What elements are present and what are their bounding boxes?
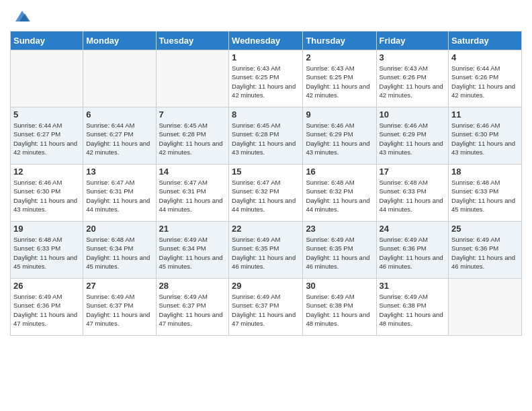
- calendar-cell: [83, 50, 156, 107]
- calendar-cell: 16 Sunrise: 6:48 AMSunset: 6:32 PMDaylig…: [303, 165, 376, 222]
- logo-icon: [13, 7, 32, 26]
- calendar-week-row: 26 Sunrise: 6:49 AMSunset: 6:36 PMDaylig…: [11, 279, 522, 336]
- day-number: 4: [451, 52, 519, 62]
- day-number: 9: [306, 109, 373, 120]
- day-info: Sunrise: 6:43 AMSunset: 6:25 PMDaylight:…: [306, 64, 373, 99]
- day-info: Sunrise: 6:49 AMSunset: 6:36 PMDaylight:…: [13, 292, 80, 328]
- calendar-cell: 25 Sunrise: 6:49 AMSunset: 6:36 PMDaylig…: [449, 222, 522, 279]
- calendar-cell: 17 Sunrise: 6:48 AMSunset: 6:33 PMDaylig…: [376, 165, 449, 222]
- day-header-monday: Monday: [83, 32, 156, 50]
- calendar-cell: 24 Sunrise: 6:49 AMSunset: 6:36 PMDaylig…: [376, 222, 449, 279]
- day-info: Sunrise: 6:44 AMSunset: 6:26 PMDaylight:…: [451, 64, 519, 99]
- calendar-week-row: 12 Sunrise: 6:46 AMSunset: 6:30 PMDaylig…: [11, 165, 522, 222]
- day-header-saturday: Saturday: [449, 32, 522, 50]
- day-info: Sunrise: 6:44 AMSunset: 6:27 PMDaylight:…: [13, 121, 80, 156]
- calendar-cell: [156, 50, 229, 107]
- page-container: SundayMondayTuesdayWednesdayThursdayFrid…: [0, 0, 532, 342]
- calendar-cell: 31 Sunrise: 6:49 AMSunset: 6:38 PMDaylig…: [376, 279, 449, 336]
- day-info: Sunrise: 6:48 AMSunset: 6:33 PMDaylight:…: [13, 235, 80, 271]
- day-info: Sunrise: 6:43 AMSunset: 6:25 PMDaylight:…: [232, 64, 300, 99]
- logo: [10, 7, 32, 26]
- day-info: Sunrise: 6:49 AMSunset: 6:35 PMDaylight:…: [232, 235, 300, 271]
- day-number: 30: [306, 281, 373, 291]
- day-number: 7: [159, 109, 226, 120]
- day-info: Sunrise: 6:49 AMSunset: 6:38 PMDaylight:…: [306, 292, 373, 328]
- calendar-cell: 13 Sunrise: 6:47 AMSunset: 6:31 PMDaylig…: [83, 165, 156, 222]
- day-header-friday: Friday: [376, 32, 449, 50]
- calendar-cell: 8 Sunrise: 6:45 AMSunset: 6:28 PMDayligh…: [229, 107, 303, 165]
- day-number: 29: [232, 281, 300, 291]
- calendar-cell: 1 Sunrise: 6:43 AMSunset: 6:25 PMDayligh…: [229, 50, 303, 107]
- day-number: 5: [13, 109, 80, 120]
- day-info: Sunrise: 6:47 AMSunset: 6:31 PMDaylight:…: [86, 178, 152, 214]
- day-number: 22: [232, 224, 300, 234]
- day-info: Sunrise: 6:49 AMSunset: 6:36 PMDaylight:…: [380, 235, 446, 271]
- day-info: Sunrise: 6:49 AMSunset: 6:37 PMDaylight:…: [159, 292, 226, 328]
- calendar-cell: 12 Sunrise: 6:46 AMSunset: 6:30 PMDaylig…: [11, 165, 83, 222]
- day-info: Sunrise: 6:46 AMSunset: 6:30 PMDaylight:…: [451, 121, 519, 156]
- day-number: 11: [451, 109, 519, 120]
- calendar-cell: 15 Sunrise: 6:47 AMSunset: 6:32 PMDaylig…: [229, 165, 303, 222]
- day-number: 25: [451, 224, 519, 234]
- day-info: Sunrise: 6:49 AMSunset: 6:34 PMDaylight:…: [159, 235, 226, 271]
- day-number: 17: [380, 167, 446, 177]
- day-number: 12: [13, 167, 80, 177]
- calendar-cell: 19 Sunrise: 6:48 AMSunset: 6:33 PMDaylig…: [11, 222, 83, 279]
- day-header-tuesday: Tuesday: [156, 32, 229, 50]
- calendar-cell: 30 Sunrise: 6:49 AMSunset: 6:38 PMDaylig…: [303, 279, 376, 336]
- day-info: Sunrise: 6:49 AMSunset: 6:36 PMDaylight:…: [451, 235, 519, 271]
- calendar-cell: 5 Sunrise: 6:44 AMSunset: 6:27 PMDayligh…: [11, 107, 83, 165]
- calendar-cell: 29 Sunrise: 6:49 AMSunset: 6:37 PMDaylig…: [229, 279, 303, 336]
- calendar-week-row: 5 Sunrise: 6:44 AMSunset: 6:27 PMDayligh…: [11, 107, 522, 165]
- day-number: 1: [232, 52, 300, 62]
- day-info: Sunrise: 6:46 AMSunset: 6:29 PMDaylight:…: [380, 121, 446, 156]
- day-number: 2: [306, 52, 373, 62]
- day-info: Sunrise: 6:45 AMSunset: 6:28 PMDaylight:…: [232, 121, 300, 156]
- day-number: 16: [306, 167, 373, 177]
- day-info: Sunrise: 6:47 AMSunset: 6:32 PMDaylight:…: [232, 178, 300, 214]
- calendar-cell: 22 Sunrise: 6:49 AMSunset: 6:35 PMDaylig…: [229, 222, 303, 279]
- day-number: 3: [380, 52, 446, 62]
- day-number: 24: [380, 224, 446, 234]
- day-header-sunday: Sunday: [11, 32, 83, 50]
- day-info: Sunrise: 6:49 AMSunset: 6:37 PMDaylight:…: [86, 292, 152, 328]
- calendar-cell: 23 Sunrise: 6:49 AMSunset: 6:35 PMDaylig…: [303, 222, 376, 279]
- day-info: Sunrise: 6:47 AMSunset: 6:31 PMDaylight:…: [159, 178, 226, 214]
- calendar-cell: 14 Sunrise: 6:47 AMSunset: 6:31 PMDaylig…: [156, 165, 229, 222]
- page-header: [10, 7, 522, 26]
- calendar-table: SundayMondayTuesdayWednesdayThursdayFrid…: [10, 31, 522, 336]
- calendar-cell: 4 Sunrise: 6:44 AMSunset: 6:26 PMDayligh…: [449, 50, 522, 107]
- day-info: Sunrise: 6:49 AMSunset: 6:38 PMDaylight:…: [380, 292, 446, 328]
- calendar-cell: 27 Sunrise: 6:49 AMSunset: 6:37 PMDaylig…: [83, 279, 156, 336]
- day-info: Sunrise: 6:46 AMSunset: 6:30 PMDaylight:…: [13, 178, 80, 214]
- day-info: Sunrise: 6:49 AMSunset: 6:35 PMDaylight:…: [306, 235, 373, 271]
- day-info: Sunrise: 6:44 AMSunset: 6:27 PMDaylight:…: [86, 121, 152, 156]
- day-number: 28: [159, 281, 226, 291]
- calendar-cell: 26 Sunrise: 6:49 AMSunset: 6:36 PMDaylig…: [11, 279, 83, 336]
- calendar-week-row: 19 Sunrise: 6:48 AMSunset: 6:33 PMDaylig…: [11, 222, 522, 279]
- calendar-cell: [449, 279, 522, 336]
- calendar-cell: 10 Sunrise: 6:46 AMSunset: 6:29 PMDaylig…: [376, 107, 449, 165]
- day-info: Sunrise: 6:48 AMSunset: 6:34 PMDaylight:…: [86, 235, 152, 271]
- calendar-cell: 18 Sunrise: 6:48 AMSunset: 6:33 PMDaylig…: [449, 165, 522, 222]
- day-number: 26: [13, 281, 80, 291]
- day-number: 21: [159, 224, 226, 234]
- day-number: 13: [86, 167, 152, 177]
- day-number: 18: [451, 167, 519, 177]
- day-info: Sunrise: 6:48 AMSunset: 6:33 PMDaylight:…: [380, 178, 446, 214]
- day-header-wednesday: Wednesday: [229, 32, 303, 50]
- calendar-cell: [11, 50, 83, 107]
- calendar-cell: 7 Sunrise: 6:45 AMSunset: 6:28 PMDayligh…: [156, 107, 229, 165]
- calendar-cell: 28 Sunrise: 6:49 AMSunset: 6:37 PMDaylig…: [156, 279, 229, 336]
- calendar-cell: 3 Sunrise: 6:43 AMSunset: 6:26 PMDayligh…: [376, 50, 449, 107]
- calendar-cell: 2 Sunrise: 6:43 AMSunset: 6:25 PMDayligh…: [303, 50, 376, 107]
- day-info: Sunrise: 6:46 AMSunset: 6:29 PMDaylight:…: [306, 121, 373, 156]
- day-info: Sunrise: 6:49 AMSunset: 6:37 PMDaylight:…: [232, 292, 300, 328]
- day-info: Sunrise: 6:43 AMSunset: 6:26 PMDaylight:…: [380, 64, 446, 99]
- day-number: 10: [380, 109, 446, 120]
- calendar-header-row: SundayMondayTuesdayWednesdayThursdayFrid…: [11, 32, 522, 50]
- day-number: 31: [380, 281, 446, 291]
- calendar-week-row: 1 Sunrise: 6:43 AMSunset: 6:25 PMDayligh…: [11, 50, 522, 107]
- day-header-thursday: Thursday: [303, 32, 376, 50]
- day-number: 27: [86, 281, 152, 291]
